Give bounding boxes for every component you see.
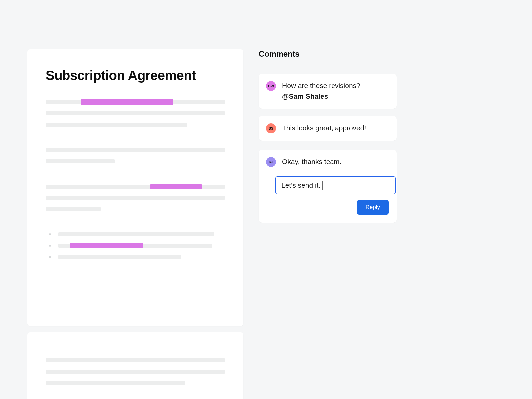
skeleton-line <box>46 185 225 189</box>
text-cursor <box>322 181 323 190</box>
avatar: KJ <box>266 157 276 167</box>
comment-card[interactable]: BW How are these revisions? @Sam Shales <box>259 74 397 109</box>
comment-card[interactable]: SS This looks great, approved! <box>259 116 397 141</box>
skeleton-line <box>46 370 225 374</box>
skeleton-line <box>46 159 225 163</box>
avatar: SS <box>266 123 276 133</box>
skeleton-line <box>46 111 225 115</box>
skeleton-line <box>46 358 225 362</box>
avatar: BW <box>266 81 276 91</box>
comment-text: Okay, thanks team. <box>282 156 389 167</box>
document-title: Subscription Agreement <box>46 68 225 83</box>
canvas: Subscription Agreement <box>0 0 532 399</box>
skeleton-bullet <box>46 244 225 248</box>
skeleton-bullet <box>46 255 225 259</box>
skeleton-line <box>46 100 225 104</box>
comments-heading: Comments <box>259 49 299 59</box>
skeleton-line <box>46 381 225 385</box>
reply-button[interactable]: Reply <box>357 200 389 215</box>
skeleton-line <box>46 196 225 200</box>
skeleton-line <box>46 148 225 152</box>
comment-text: This looks great, approved! <box>282 123 389 133</box>
comment-body: Okay, thanks team. <box>282 158 341 165</box>
mention[interactable]: @Sam Shales <box>282 92 328 100</box>
comment-card-active[interactable]: KJ Okay, thanks team. Let's send it. Rep… <box>259 150 397 223</box>
comment-body: How are these revisions? <box>282 82 360 89</box>
document-card-next <box>27 332 243 399</box>
skeleton-line <box>46 123 225 127</box>
skeleton-bullet <box>46 232 225 236</box>
comment-text: How are these revisions? @Sam Shales <box>282 80 389 101</box>
document-card: Subscription Agreement <box>27 49 243 326</box>
comment-body: This looks great, approved! <box>282 124 366 132</box>
reply-input[interactable]: Let's send it. <box>275 176 396 194</box>
skeleton-line <box>46 207 225 211</box>
reply-input-value: Let's send it. <box>281 181 320 189</box>
